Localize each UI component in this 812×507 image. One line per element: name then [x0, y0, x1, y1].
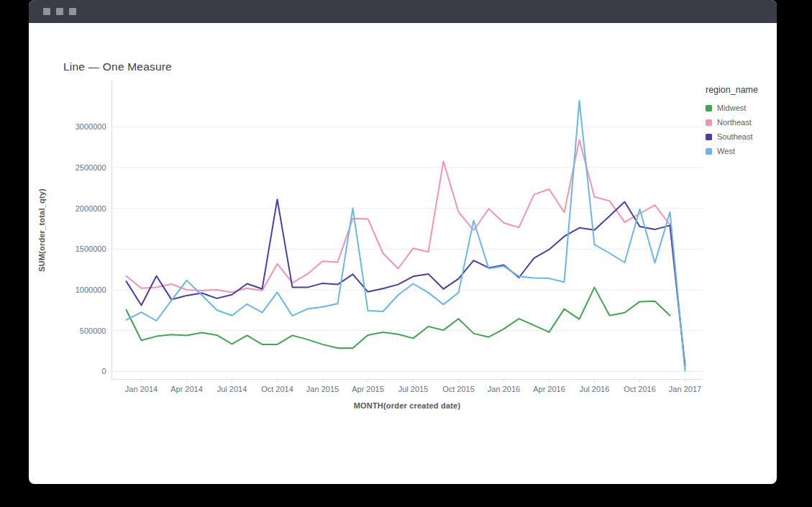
y-tick-label: 0	[101, 367, 106, 375]
legend-item-west[interactable]: West	[706, 147, 758, 155]
legend: region_name MidwestNortheastSoutheastWes…	[706, 85, 758, 161]
legend-item-midwest[interactable]: Midwest	[706, 104, 758, 112]
x-tick-label: Jan 2017	[669, 385, 701, 393]
x-axis-title: MONTH(order created date)	[111, 401, 703, 410]
legend-swatch-icon	[706, 134, 712, 140]
x-tick-label: Apr 2015	[352, 385, 384, 393]
x-tick-label: Jul 2015	[398, 385, 429, 393]
x-tick-label: Apr 2014	[170, 385, 203, 393]
app-window: Line — One Measure 050000010000001500000…	[29, 0, 777, 484]
legend-item-southeast[interactable]: Southeast	[706, 132, 758, 141]
line-chart: 0500000100000015000002000000250000030000…	[29, 0, 777, 484]
y-tick-label: 500000	[80, 326, 106, 335]
y-tick-label: 1500000	[76, 245, 106, 253]
legend-swatch-icon	[706, 119, 712, 126]
x-tick-label: Jul 2014	[217, 385, 247, 393]
legend-item-label: Midwest	[717, 104, 746, 112]
x-tick-label: Jul 2016	[580, 385, 610, 393]
y-tick-label: 3000000	[76, 122, 106, 131]
y-tick-label: 1000000	[76, 286, 106, 294]
legend-item-label: Southeast	[717, 132, 753, 141]
x-tick-label: Jan 2014	[125, 385, 158, 393]
x-tick-label: Oct 2016	[624, 385, 656, 393]
y-axis-title: SUM(order_total_qty)	[37, 137, 46, 324]
legend-item-label: Northeast	[717, 118, 752, 127]
x-tick-label: Oct 2014	[261, 385, 293, 393]
legend-title: region_name	[706, 85, 758, 95]
series-line-southeast	[127, 199, 685, 365]
x-tick-label: Jan 2015	[306, 385, 339, 393]
y-tick-label: 2500000	[76, 163, 106, 172]
x-tick-label: Jan 2016	[488, 385, 520, 393]
legend-item-label: West	[717, 147, 735, 155]
legend-swatch-icon	[706, 148, 712, 155]
legend-swatch-icon	[706, 105, 712, 111]
legend-item-northeast[interactable]: Northeast	[706, 118, 758, 127]
x-tick-label: Apr 2016	[533, 385, 565, 393]
series-line-midwest	[127, 288, 670, 348]
y-tick-label: 2000000	[76, 204, 106, 213]
x-tick-label: Oct 2015	[442, 385, 475, 393]
